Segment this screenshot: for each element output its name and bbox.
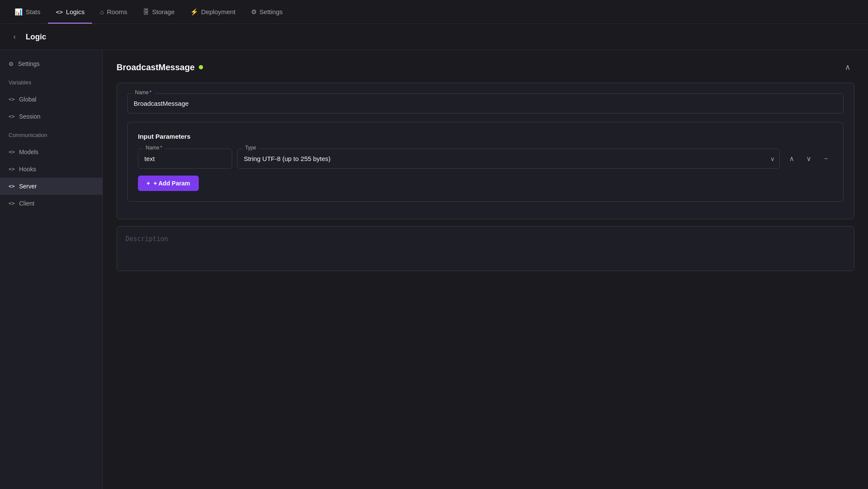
sidebar-item-global[interactable]: <> Global [0, 91, 102, 108]
param-type-select[interactable]: String UTF-8 (up to 255 bytes) Integer B… [237, 149, 780, 169]
param-type-group: Type String UTF-8 (up to 255 bytes) Inte… [237, 149, 780, 169]
nav-storage[interactable]: 🗄 Storage [135, 0, 183, 24]
settings-nav-icon: ⚙ [251, 8, 257, 16]
param-name-field: Name* [138, 149, 232, 169]
storage-icon: 🗄 [143, 8, 149, 15]
deployment-icon: ⚡ [190, 8, 198, 16]
sidebar-item-client[interactable]: <> Client [0, 195, 102, 212]
param-type-label: Type [242, 145, 259, 151]
stats-icon: 📊 [15, 8, 23, 16]
name-label: Name* [132, 89, 154, 95]
param-name-required: * [160, 145, 162, 151]
params-container: Input Parameters Name* [127, 122, 844, 202]
nav-settings[interactable]: ⚙ Settings [243, 0, 290, 24]
chevron-up-icon: ∧ [845, 63, 850, 72]
global-icon: <> [9, 96, 15, 102]
logics-icon: <> [56, 9, 63, 15]
param-name-group: Name* [138, 149, 232, 169]
move-down-button[interactable]: ∨ [802, 152, 816, 166]
param-name-label: Name* [143, 145, 165, 151]
logic-title: BroadcastMessage [117, 63, 203, 72]
param-actions: ∧ ∨ − [785, 152, 833, 166]
sidebar: ⚙ Settings Variables <> Global <> Sessio… [0, 50, 103, 489]
status-indicator [199, 65, 203, 69]
param-type-field: Type String UTF-8 (up to 255 bytes) Inte… [237, 149, 780, 169]
content-area: ⚙ Settings Variables <> Global <> Sessio… [0, 50, 868, 489]
name-field-group: Name* [127, 93, 844, 113]
sidebar-item-server[interactable]: <> Server [0, 178, 102, 195]
sidebar-item-models[interactable]: <> Models [0, 143, 102, 161]
sidebar-section-communication: Communication [0, 125, 102, 143]
page-layout: ‹ Logic ⚙ Settings Variables <> Global <… [0, 24, 868, 489]
logic-header: BroadcastMessage ∧ [117, 60, 854, 74]
remove-param-button[interactable]: − [819, 152, 833, 166]
sidebar-item-session[interactable]: <> Session [0, 108, 102, 125]
page-header: ‹ Logic [0, 24, 868, 50]
page-title: Logic [26, 33, 46, 42]
hooks-icon: <> [9, 166, 15, 172]
sidebar-section-variables: Variables [0, 72, 102, 91]
input-params-section: Input Parameters Name* [127, 122, 844, 202]
param-name-input[interactable] [138, 149, 232, 169]
back-icon: ‹ [13, 33, 15, 41]
main-content: BroadcastMessage ∧ Name* [103, 50, 868, 489]
top-navigation: 📊 Stats <> Logics ⌂ Rooms 🗄 Storage ⚡ De… [0, 0, 868, 24]
nav-rooms[interactable]: ⌂ Rooms [92, 0, 135, 24]
name-required: * [150, 89, 152, 95]
server-icon: <> [9, 183, 15, 189]
add-param-button[interactable]: + + Add Param [138, 176, 199, 191]
param-type-select-wrapper: String UTF-8 (up to 255 bytes) Integer B… [237, 149, 780, 169]
plus-icon: + [147, 180, 150, 187]
chevron-down-icon: ∨ [806, 155, 811, 163]
chevron-up-icon: ∧ [789, 155, 794, 163]
param-row: Name* Type [138, 149, 833, 169]
nav-logics[interactable]: <> Logics [48, 0, 92, 24]
rooms-icon: ⌂ [100, 8, 104, 15]
sidebar-item-settings[interactable]: ⚙ Settings [0, 55, 102, 72]
minus-icon: − [824, 155, 828, 163]
collapse-button[interactable]: ∧ [841, 60, 854, 74]
move-up-button[interactable]: ∧ [785, 152, 799, 166]
nav-deployment[interactable]: ⚡ Deployment [183, 0, 243, 24]
name-section: Name* Input Parameters [117, 83, 854, 219]
description-section [117, 226, 854, 271]
sidebar-item-hooks[interactable]: <> Hooks [0, 161, 102, 178]
description-input[interactable] [117, 227, 854, 269]
back-button[interactable]: ‹ [9, 31, 21, 43]
input-params-title: Input Parameters [138, 133, 833, 140]
models-icon: <> [9, 149, 15, 155]
settings-sidebar-icon: ⚙ [9, 61, 14, 67]
client-icon: <> [9, 200, 15, 206]
session-icon: <> [9, 113, 15, 119]
logic-name-input[interactable] [127, 93, 844, 113]
nav-stats[interactable]: 📊 Stats [7, 0, 48, 24]
